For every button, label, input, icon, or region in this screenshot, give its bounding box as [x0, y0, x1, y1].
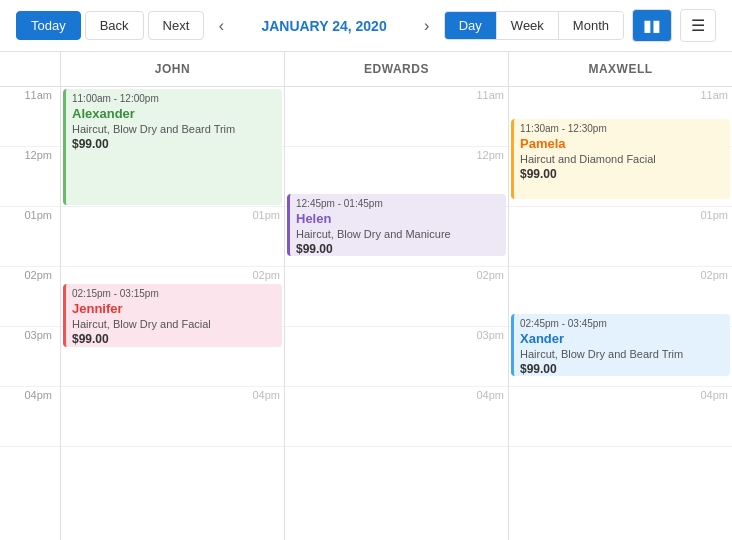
time-slot-02pm: 02pm: [0, 267, 60, 327]
calendar-column-headers: JOHN EDWARDS MAXWELL: [0, 52, 732, 87]
app-header: Today Back Next ‹ JANUARY 24, 2020 › Day…: [0, 0, 732, 52]
event-price: $99.00: [296, 242, 500, 256]
event-service: Haircut, Blow Dry and Beard Trim: [72, 123, 276, 135]
event-time: 11:30am - 12:30pm: [520, 123, 724, 134]
staff-header-edwards: EDWARDS: [284, 52, 508, 86]
event-service: Haircut, Blow Dry and Facial: [72, 318, 276, 330]
day-view-button[interactable]: Day: [445, 12, 497, 39]
time-slot-12pm: 12pm: [0, 147, 60, 207]
event-helen[interactable]: 12:45pm - 01:45pm Helen Haircut, Blow Dr…: [287, 194, 506, 256]
prev-date-button[interactable]: ‹: [211, 13, 232, 39]
event-name: Jennifer: [72, 301, 276, 316]
edwards-lane: 11am 12pm 01pm 02pm 03pm 04pm 12:45pm - …: [284, 87, 508, 540]
event-alexander[interactable]: 11:00am - 12:00pm Alexander Haircut, Blo…: [63, 89, 282, 205]
next-button[interactable]: Next: [148, 11, 205, 40]
staff-header-john: JOHN: [60, 52, 284, 86]
time-slot-04pm: 04pm: [0, 387, 60, 447]
event-time: 12:45pm - 01:45pm: [296, 198, 500, 209]
john-lane: 11am 12pm 01pm 02pm 03pm 04pm 11:00am - …: [60, 87, 284, 540]
event-name: Xander: [520, 331, 724, 346]
calendar-container: JOHN EDWARDS MAXWELL 11am 12pm 01pm 02pm…: [0, 52, 732, 540]
month-view-button[interactable]: Month: [559, 12, 623, 39]
event-price: $99.00: [520, 167, 724, 181]
time-col-header: [0, 52, 60, 86]
today-button[interactable]: Today: [16, 11, 81, 40]
event-price: $99.00: [520, 362, 724, 376]
grid-view-button[interactable]: ▮▮: [632, 9, 672, 42]
event-price: $99.00: [72, 332, 276, 346]
time-slot-11am: 11am: [0, 87, 60, 147]
event-name: Helen: [296, 211, 500, 226]
week-view-button[interactable]: Week: [497, 12, 559, 39]
current-date: JANUARY 24, 2020: [244, 18, 404, 34]
event-pamela[interactable]: 11:30am - 12:30pm Pamela Haircut and Dia…: [511, 119, 730, 199]
nav-buttons: Today Back Next: [16, 11, 204, 40]
time-slot-03pm: 03pm: [0, 327, 60, 387]
event-time: 11:00am - 12:00pm: [72, 93, 276, 104]
calendar-body: 11am 12pm 01pm 02pm 03pm 04pm 11am 12pm …: [0, 87, 732, 540]
event-name: Alexander: [72, 106, 276, 121]
staff-grid: 11am 12pm 01pm 02pm 03pm 04pm 11:00am - …: [60, 87, 732, 540]
event-time: 02:15pm - 03:15pm: [72, 288, 276, 299]
event-time: 02:45pm - 03:45pm: [520, 318, 724, 329]
time-slot-01pm: 01pm: [0, 207, 60, 267]
event-service: Haircut, Blow Dry and Beard Trim: [520, 348, 724, 360]
event-price: $99.00: [72, 137, 276, 151]
staff-header-maxwell: MAXWELL: [508, 52, 732, 86]
time-column: 11am 12pm 01pm 02pm 03pm 04pm: [0, 87, 60, 540]
event-xander[interactable]: 02:45pm - 03:45pm Xander Haircut, Blow D…: [511, 314, 730, 376]
event-service: Haircut, Blow Dry and Manicure: [296, 228, 500, 240]
back-button[interactable]: Back: [85, 11, 144, 40]
maxwell-lane: 11am 12pm 01pm 02pm 03pm 04pm 11:30am - …: [508, 87, 732, 540]
event-service: Haircut and Diamond Facial: [520, 153, 724, 165]
view-toggle: Day Week Month: [444, 11, 624, 40]
date-navigation: ‹ JANUARY 24, 2020 ›: [211, 13, 438, 39]
view-controls: Day Week Month ▮▮ ☰: [444, 9, 716, 42]
event-name: Pamela: [520, 136, 724, 151]
event-jennifer[interactable]: 02:15pm - 03:15pm Jennifer Haircut, Blow…: [63, 284, 282, 347]
menu-button[interactable]: ☰: [680, 9, 716, 42]
next-date-button[interactable]: ›: [416, 13, 437, 39]
